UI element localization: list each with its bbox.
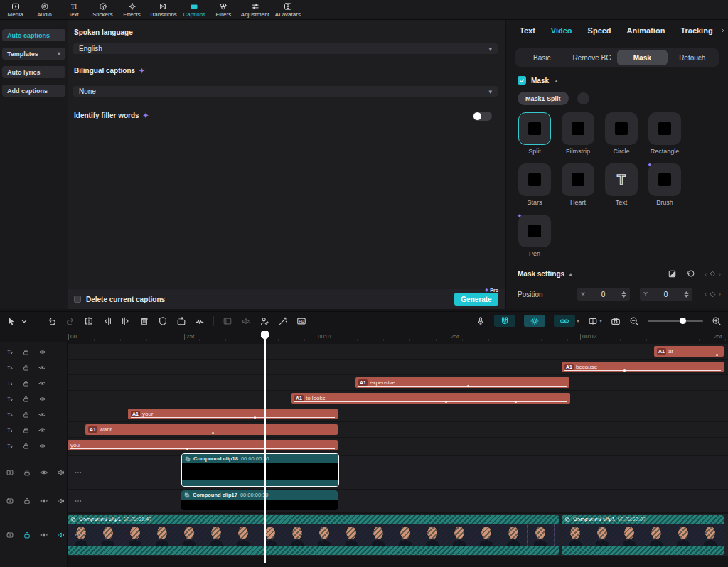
collapse-caret-icon[interactable]: ▲ — [554, 78, 559, 83]
keyframe-diamond-icon[interactable] — [709, 291, 717, 298]
text-badge-icon[interactable]: T — [6, 442, 14, 450]
eye-icon[interactable] — [38, 379, 46, 387]
lock-icon[interactable] — [22, 364, 30, 372]
position-keyframe-control[interactable]: ‹ › — [705, 291, 721, 298]
tabs-overflow-button[interactable] — [719, 27, 727, 34]
slider-knob[interactable] — [680, 318, 686, 324]
text-badge-icon[interactable]: T — [6, 364, 14, 372]
toolbar-effects[interactable]: Effects — [120, 2, 144, 18]
sidebar-item-add-captions[interactable]: Add captions — [2, 85, 65, 97]
relight-button[interactable] — [259, 316, 269, 326]
mask-type-brush[interactable]: ✦Brush — [648, 163, 681, 206]
auto-snap-button[interactable] — [524, 315, 545, 327]
text-badge-icon[interactable]: T — [6, 395, 14, 403]
compound-clip-compound-clip18[interactable]: Compound clip1800:00:00:30 — [181, 453, 339, 487]
mask-instance-chip[interactable]: Mask1 Split — [518, 92, 569, 105]
y-stepper[interactable] — [684, 291, 689, 298]
split-button[interactable] — [84, 316, 94, 326]
hd-preview-button[interactable]: HD — [296, 316, 306, 326]
caption-clip-your[interactable]: A1your — [128, 409, 338, 419]
preview-axis-button[interactable]: ▾ — [588, 316, 602, 326]
mask-type-split[interactable]: Split — [518, 112, 551, 155]
timeline-ruler[interactable]: 0025f00:0125f00:0225f — [0, 330, 728, 342]
lock-icon[interactable] — [23, 497, 31, 505]
zoom-out-button[interactable] — [629, 316, 639, 326]
subtab-remove-bg[interactable]: Remove BG — [567, 50, 618, 65]
caption-clip-you[interactable]: you — [68, 440, 338, 450]
eye-icon[interactable] — [38, 395, 46, 403]
eye-icon[interactable] — [40, 531, 48, 539]
text-badge-icon[interactable]: T — [6, 411, 14, 418]
eye-icon[interactable] — [38, 442, 46, 450]
toolbar-transitions[interactable]: Transitions — [149, 2, 177, 18]
select-tool-button[interactable] — [6, 316, 16, 326]
lock-icon[interactable] — [22, 426, 30, 434]
eye-icon[interactable] — [40, 468, 48, 477]
tab-text[interactable]: Text — [513, 26, 542, 35]
snapshot-button[interactable] — [611, 316, 621, 326]
tab-tracking[interactable]: Tracking — [674, 26, 719, 35]
magic-tools-button[interactable] — [278, 316, 288, 326]
toolbar-stickers[interactable]: Stickers — [91, 2, 114, 18]
next-keyframe-icon[interactable]: › — [719, 271, 721, 278]
speaker-muted-icon[interactable] — [57, 531, 65, 539]
speaker-icon[interactable] — [57, 497, 65, 505]
mask-type-heart[interactable]: Heart — [562, 163, 594, 206]
eye-icon[interactable] — [38, 411, 46, 418]
toolbar-media[interactable]: Media — [4, 2, 27, 18]
x-stepper[interactable] — [621, 291, 626, 298]
trim-right-button[interactable] — [121, 316, 131, 326]
clip-badge-icon[interactable] — [6, 468, 14, 477]
mask-type-pen[interactable]: ✦Pen — [518, 215, 551, 257]
invert-mask-button[interactable] — [668, 269, 677, 279]
bilingual-captions-select[interactable]: None ▾ — [73, 86, 498, 97]
text-badge-icon[interactable]: T — [6, 426, 14, 434]
lock-icon[interactable] — [22, 379, 30, 387]
caption-clip-to-looks[interactable]: A1to looks — [291, 393, 570, 404]
caption-clip-expensive[interactable]: A1expensive — [355, 377, 569, 388]
subtab-retouch[interactable]: Retouch — [668, 50, 718, 65]
subtab-basic[interactable]: Basic — [517, 50, 567, 65]
undo-button[interactable] — [47, 316, 57, 326]
collapse-caret-icon[interactable]: ▲ — [568, 271, 573, 276]
subtab-mask[interactable]: Mask — [617, 50, 668, 65]
caption-clip-because[interactable]: A1because — [562, 362, 724, 372]
filler-words-toggle[interactable] — [473, 112, 492, 121]
generate-button[interactable]: Generate — [454, 293, 498, 306]
caption-clip-at[interactable]: A1at — [654, 346, 724, 357]
position-y-field[interactable]: Y 0 — [640, 288, 692, 301]
tab-speed[interactable]: Speed — [582, 26, 618, 35]
delete-button[interactable] — [139, 316, 149, 326]
mask-type-text[interactable]: TText — [605, 163, 638, 206]
position-x-field[interactable]: X 0 — [577, 288, 630, 301]
keyframe-control[interactable]: ‹ › — [705, 270, 721, 278]
tab-video[interactable]: Video — [545, 26, 579, 35]
lock-icon[interactable] — [22, 411, 30, 418]
loop-button[interactable] — [176, 316, 186, 326]
zoom-in-button[interactable] — [712, 316, 722, 326]
toolbar-filters[interactable]: Filters — [212, 2, 235, 18]
more-icon[interactable] — [74, 497, 82, 505]
export-frame-button[interactable] — [223, 316, 232, 326]
toolbar-captions[interactable]: Captions — [183, 2, 206, 18]
speaker-icon[interactable] — [57, 468, 65, 477]
lock-icon[interactable] — [23, 531, 31, 539]
text-badge-icon[interactable]: T — [6, 348, 14, 356]
caption-clip-want[interactable]: A1want — [85, 424, 338, 435]
eye-icon[interactable] — [40, 497, 48, 505]
prev-keyframe-icon[interactable]: ‹ — [705, 271, 707, 278]
main-track-clip-compound-clip1-00-00-01-47[interactable]: Compound clip100:00:01:47 — [68, 515, 559, 555]
sidebar-item-templates[interactable]: Templates▾ — [2, 48, 65, 60]
eye-icon[interactable] — [38, 426, 46, 434]
keyframe-diamond-icon[interactable] — [709, 270, 717, 278]
mask-type-filmstrip[interactable]: Filmstrip — [562, 112, 594, 155]
lock-icon[interactable] — [22, 395, 30, 403]
lock-icon[interactable] — [23, 468, 31, 477]
magnetic-snap-button[interactable] — [494, 315, 515, 327]
trim-left-button[interactable] — [102, 316, 112, 326]
mask-type-rectangle[interactable]: Rectangle — [648, 112, 681, 155]
eye-icon[interactable] — [38, 348, 46, 356]
compound-clip-compound-clip17[interactable]: Compound clip1700:00:00:30 — [181, 490, 338, 510]
toolbar-text[interactable]: TIText — [62, 2, 85, 18]
sidebar-item-auto-lyrics[interactable]: Auto lyrics — [2, 66, 65, 78]
